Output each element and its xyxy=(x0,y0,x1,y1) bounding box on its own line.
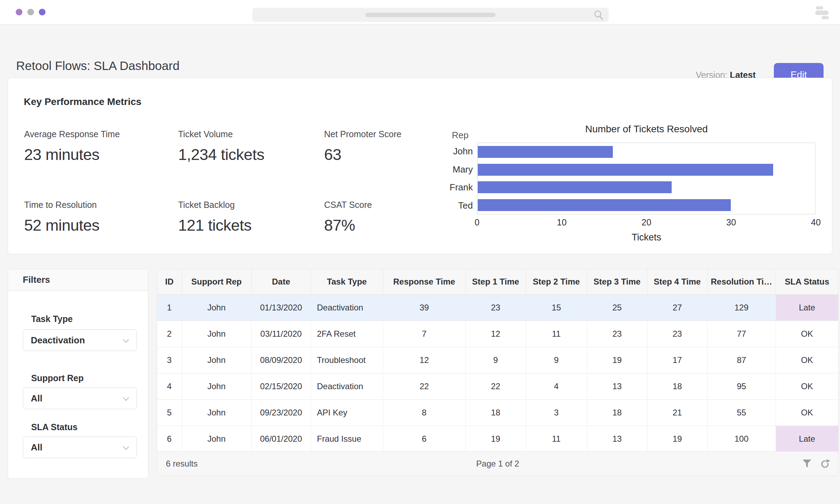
metric-value: 23 minutes xyxy=(24,146,164,164)
menu-icon[interactable] xyxy=(815,5,830,19)
kpm-card: Key Performance Metrics Average Response… xyxy=(8,78,832,254)
step1-cell: 12 xyxy=(465,321,526,347)
chart-x-axis-label: Tickets xyxy=(477,232,816,243)
sla-status-cell: Late xyxy=(776,294,838,321)
browser-top-bar xyxy=(0,0,840,24)
support-rep-cell: John xyxy=(182,399,251,426)
step4-cell: 27 xyxy=(647,294,707,321)
metric-label: Time to Resolution xyxy=(24,200,164,210)
chart-x-tick: 20 xyxy=(642,217,651,227)
column-header-step1[interactable]: Step 1 Time xyxy=(465,269,526,294)
column-header-step3[interactable]: Step 3 Time xyxy=(587,269,647,294)
step4-cell: 18 xyxy=(647,373,707,399)
step1-cell: 9 xyxy=(465,347,526,373)
metric-ticket-volume: Ticket Volume 1,234 tickets xyxy=(178,129,318,164)
window-dot-purple[interactable] xyxy=(16,9,22,15)
refresh-icon[interactable] xyxy=(820,459,831,469)
window-dot-gray[interactable] xyxy=(27,9,34,15)
table-header-row: ID Support Rep Date Task Type Response T… xyxy=(157,269,838,294)
column-header-step2[interactable]: Step 2 Time xyxy=(526,269,587,294)
window-dot-violet[interactable] xyxy=(39,9,46,15)
page-title: Retool Flows: SLA Dashboard xyxy=(16,59,180,73)
sla-status-select[interactable]: All xyxy=(23,436,137,458)
metric-label: Ticket Backlog xyxy=(178,200,318,210)
select-value: Deactivation xyxy=(31,335,85,346)
filter-icon[interactable] xyxy=(802,459,812,468)
step3-cell: 19 xyxy=(587,347,647,373)
metric-value: 52 minutes xyxy=(24,216,164,234)
sla-table-card: ID Support Rep Date Task Type Response T… xyxy=(157,269,839,476)
step2-cell: 15 xyxy=(526,294,587,321)
column-header-date[interactable]: Date xyxy=(251,269,311,294)
table-row[interactable]: 5 John 09/23/2020 API Key 8 18 3 18 21 5… xyxy=(157,399,838,426)
chart-plot-area xyxy=(477,142,816,215)
chevron-down-icon xyxy=(123,444,129,450)
table-row[interactable]: 2 John 03/11/2020 2FA Reset 7 12 11 23 2… xyxy=(157,321,838,347)
search-bar[interactable] xyxy=(252,8,609,22)
step1-cell: 19 xyxy=(465,426,526,452)
table-row[interactable]: 1 John 01/13/2020 Deactivation 39 23 15 … xyxy=(157,294,838,321)
column-header-task-type[interactable]: Task Type xyxy=(311,269,383,294)
support-rep-cell: John xyxy=(182,294,251,321)
resolution-cell: 55 xyxy=(707,399,776,426)
sla-table: ID Support Rep Date Task Type Response T… xyxy=(157,269,838,452)
task-type-cell: 2FA Reset xyxy=(311,321,383,347)
chart-category-label: Frank xyxy=(432,178,473,197)
metric-label: Ticket Volume xyxy=(178,129,318,139)
id-cell: 2 xyxy=(157,321,182,347)
sla-status-cell: OK xyxy=(776,321,838,347)
metric-value: 121 tickets xyxy=(178,216,318,234)
chart-bar-john xyxy=(478,146,613,158)
date-cell: 01/13/2020 xyxy=(251,294,311,321)
metric-time-to-resolution: Time to Resolution 52 minutes xyxy=(24,200,164,234)
task-type-cell: Deactivation xyxy=(311,294,383,321)
task-type-select[interactable]: Deactivation xyxy=(23,329,137,351)
kpm-title: Key Performance Metrics xyxy=(24,96,141,107)
column-header-id[interactable]: ID xyxy=(157,269,182,294)
task-type-cell: Fraud Issue xyxy=(311,426,383,452)
search-icon xyxy=(593,9,604,21)
metric-avg-response-time: Average Response Time 23 minutes xyxy=(24,129,164,164)
step2-cell: 4 xyxy=(526,373,587,399)
table-row[interactable]: 4 John 02/15/2020 Deactivation 22 22 4 1… xyxy=(157,373,838,399)
step3-cell: 13 xyxy=(587,426,647,452)
chart-x-tick: 30 xyxy=(726,217,736,227)
step1-cell: 22 xyxy=(465,373,526,399)
step4-cell: 23 xyxy=(647,321,707,347)
column-header-support-rep[interactable]: Support Rep xyxy=(182,269,251,294)
response-time-cell: 22 xyxy=(383,373,465,399)
page-indicator: Page 1 of 2 xyxy=(157,459,838,469)
response-time-cell: 12 xyxy=(383,347,465,373)
table-row[interactable]: 6 John 06/01/2020 Fraud Issue 6 19 11 13… xyxy=(157,426,838,452)
metric-label: Net Promoter Score xyxy=(324,129,464,139)
table-row[interactable]: 3 John 08/09/2020 Troubleshoot 12 9 9 19… xyxy=(157,347,838,373)
resolution-cell: 95 xyxy=(707,373,776,399)
chart-y-axis-label: Rep xyxy=(452,130,469,141)
metric-label: Average Response Time xyxy=(24,129,164,139)
step2-cell: 11 xyxy=(526,321,587,347)
column-header-sla-status[interactable]: SLA Status xyxy=(776,269,838,294)
support-rep-cell: John xyxy=(182,426,251,452)
chart-category-label: John xyxy=(432,142,473,161)
select-value: All xyxy=(31,393,42,404)
response-time-cell: 6 xyxy=(383,426,465,452)
sla-status-cell: Late xyxy=(776,426,838,452)
step4-cell: 19 xyxy=(647,426,707,452)
column-header-resolution-time[interactable]: Resolution Ti… xyxy=(707,269,776,294)
response-time-cell: 39 xyxy=(383,294,465,321)
chart-bar-ted xyxy=(478,199,731,211)
sla-status-cell: OK xyxy=(776,347,838,373)
step3-cell: 23 xyxy=(587,321,647,347)
step2-cell: 9 xyxy=(526,347,587,373)
metric-ticket-backlog: Ticket Backlog 121 tickets xyxy=(178,200,318,234)
resolution-cell: 87 xyxy=(707,347,776,373)
task-type-cell: Deactivation xyxy=(311,373,383,399)
chart-x-tick: 0 xyxy=(475,217,479,227)
column-header-step4[interactable]: Step 4 Time xyxy=(647,269,707,294)
chevron-down-icon xyxy=(123,395,129,401)
chart-category-label: Mary xyxy=(432,161,473,179)
support-rep-select[interactable]: All xyxy=(23,387,137,409)
page-header: Retool Flows: SLA Dashboard Version: Lat… xyxy=(0,24,840,77)
column-header-response-time[interactable]: Response Time xyxy=(383,269,465,294)
step4-cell: 21 xyxy=(647,399,707,426)
